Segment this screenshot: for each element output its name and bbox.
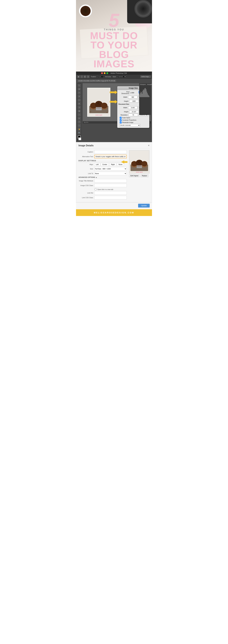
resample-label: Resample Image:: [122, 122, 134, 123]
new-tab-checkbox[interactable]: [95, 188, 96, 190]
align-center-button[interactable]: Center: [101, 163, 109, 166]
hero-text-overlay: 5 THINGS YOU MUST DO TO YOUR BLOG IMAGES: [76, 8, 152, 72]
svg-rect-30: [148, 94, 148, 97]
tool-lasso[interactable]: ✂: [78, 91, 81, 94]
svg-rect-22: [143, 89, 143, 97]
align-left-button[interactable]: Left: [94, 163, 100, 166]
tool-pen[interactable]: ✒: [78, 117, 81, 120]
caption-input[interactable]: [94, 150, 127, 154]
constrain-checkbox[interactable]: [120, 119, 122, 121]
feather-input[interactable]: [98, 76, 104, 78]
tool-eraser[interactable]: ◻: [78, 106, 81, 109]
histogram-tab[interactable]: Histogram: [139, 83, 146, 86]
toolbar-icon-3[interactable]: ▤: [84, 75, 86, 78]
svg-rect-21: [142, 91, 143, 97]
arrow-head-left: [121, 160, 124, 164]
svg-point-12: [90, 112, 91, 112]
style-label: Style:: [113, 76, 116, 78]
alt-text-input[interactable]: [94, 155, 127, 158]
doc-width-input[interactable]: [128, 106, 138, 109]
tool-zoom[interactable]: 🔍: [78, 131, 81, 134]
tool-magic[interactable]: ✦: [78, 95, 81, 98]
size-label: Size: [79, 168, 93, 170]
ps-minimize-dot[interactable]: [104, 72, 106, 74]
svg-rect-18: [141, 92, 141, 97]
svg-point-9: [99, 104, 100, 105]
tool-brush[interactable]: ✏: [78, 98, 81, 102]
resample-method-select[interactable]: Bicubic Automatic: [120, 124, 140, 126]
link-css-input[interactable]: [94, 196, 127, 199]
size-select[interactable]: Full Size - 680 × 1020: [94, 167, 127, 170]
refine-edge-button[interactable]: Refine Edge...: [140, 76, 151, 78]
tool-gradient[interactable]: ▥: [78, 110, 81, 112]
link-css-label: Link CSS Class: [79, 197, 93, 198]
pixel-dim-label: Pixel Dimensions:: [119, 91, 129, 94]
link-rel-label: Link Rel: [79, 192, 93, 194]
link-rel-input[interactable]: [94, 191, 127, 195]
panel-close-button[interactable]: ×: [148, 144, 149, 147]
photoshop-section: Adobe Photoshop CS6 ▣ ⬚ ▤ ⊡ Feather: Ant…: [76, 72, 152, 142]
image-title-row: Image Title Attribute: [79, 179, 127, 182]
width-input[interactable]: [128, 96, 138, 98]
histogram-panel: [139, 86, 151, 115]
scale-styles-checkbox[interactable]: [120, 117, 122, 119]
ps-maximize-dot[interactable]: [106, 72, 108, 74]
link-to-select[interactable]: None: [94, 172, 127, 175]
align-label: Align: [79, 164, 93, 165]
tool-arrow[interactable]: ↖: [78, 84, 81, 87]
ps-close-dot[interactable]: [101, 72, 103, 74]
resolution-input[interactable]: [128, 114, 138, 116]
svg-point-42: [140, 163, 140, 164]
navigator-tab[interactable]: Navigator: [146, 83, 152, 86]
image-title-input[interactable]: [94, 179, 127, 182]
caption-label: Caption: [79, 151, 93, 153]
advanced-options-toggle[interactable]: ADVANCED OPTIONS ▲: [79, 176, 127, 178]
anti-alias-label: Anti-alias: [105, 76, 111, 78]
svg-rect-28: [147, 92, 147, 97]
doc-height-label: Height:: [119, 111, 129, 112]
doc-height-input[interactable]: [129, 110, 139, 113]
style-select[interactable]: Normal: [118, 76, 126, 78]
edit-original-button[interactable]: Edit Original: [129, 174, 140, 177]
panel-title: Image Details: [79, 144, 94, 147]
image-title-label: Image Title Attribute: [79, 180, 93, 182]
preview-image-box: double repeat: [129, 150, 149, 174]
svg-point-8: [98, 103, 99, 104]
constrain-row: Constrain Proportions: [119, 119, 148, 121]
replace-button[interactable]: Replace: [140, 174, 148, 177]
tool-crop[interactable]: ⊞: [78, 88, 81, 91]
resample-checkbox[interactable]: [120, 122, 122, 124]
file-tab[interactable]: double-chocolate-zucchini-muffins-3.jpg …: [77, 80, 116, 82]
tool-shape[interactable]: □: [78, 124, 81, 127]
image-css-input[interactable]: [94, 184, 127, 187]
svg-rect-44: [137, 165, 142, 168]
svg-rect-29: [147, 93, 148, 97]
new-tab-label: Open link in a new tab: [97, 188, 113, 190]
tool-text[interactable]: T: [78, 120, 81, 124]
tool-dodge[interactable]: ○: [78, 113, 81, 116]
svg-point-13: [107, 112, 107, 113]
constrain-label: Constrain Proportions: [122, 119, 136, 121]
toolbar-icon-4[interactable]: ⊡: [87, 75, 89, 78]
resample-row: Resample Image:: [119, 122, 148, 124]
arrow-body-left: [124, 161, 127, 163]
link-css-row: Link CSS Class: [79, 196, 127, 199]
alt-text-label: Alternative Text: [79, 156, 93, 158]
align-right-button[interactable]: Right: [109, 163, 116, 166]
resample-select-row: Bicubic Automatic: [119, 124, 148, 126]
toolbar-icon-1[interactable]: ▣: [77, 75, 80, 78]
toolbar-icon-2[interactable]: ⬚: [80, 75, 83, 78]
ps-panel-tabs: Histogram Navigator: [139, 83, 151, 86]
background-color[interactable]: [78, 138, 81, 140]
doc-width-label: Width:: [119, 107, 127, 108]
tool-hand[interactable]: ✋: [78, 128, 81, 131]
update-button[interactable]: Update: [138, 204, 150, 208]
tool-clone[interactable]: ⊛: [78, 102, 81, 105]
preview-action-buttons: Edit Original Replace: [129, 174, 149, 177]
display-settings-label: DISPLAY SETTINGS: [79, 160, 127, 162]
toolbar-icons: ▣ ⬚ ▤ ⊡: [77, 75, 89, 78]
svg-point-41: [138, 162, 139, 162]
link-to-row: Link To None: [79, 172, 127, 175]
height-input[interactable]: [129, 100, 139, 102]
ps-arrow-bottom: [110, 100, 118, 104]
